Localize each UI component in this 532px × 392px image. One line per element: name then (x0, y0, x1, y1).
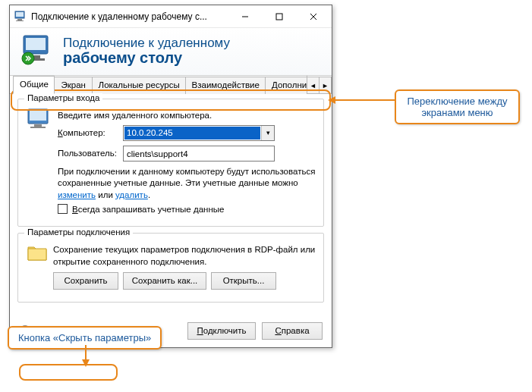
tab-general[interactable]: Общие (13, 76, 55, 94)
connection-group-title: Параметры подключения (24, 227, 133, 237)
computer-label: Компьютер: (58, 128, 118, 137)
help-button[interactable]: Справка (262, 322, 323, 340)
always-ask-row: Всегда запрашивать учетные данные (58, 204, 316, 214)
tab-scroll: ◄ ► (307, 76, 332, 93)
save-button[interactable]: Сохранить (53, 272, 118, 290)
tab-scroll-left[interactable]: ◄ (307, 77, 320, 94)
tab-bar: Общие Экран Локальные ресурсы Взаимодейс… (10, 76, 332, 94)
tab-local-resources[interactable]: Локальные ресурсы (92, 77, 186, 94)
computer-icon (26, 107, 53, 134)
tab-scroll-right[interactable]: ► (320, 77, 332, 94)
app-icon (14, 11, 27, 23)
maximize-button[interactable] (262, 5, 296, 27)
change-link[interactable]: изменить (58, 190, 96, 199)
callout-tabs-arrow (332, 99, 395, 101)
svg-rect-16 (30, 127, 46, 128)
rdp-logo-icon (20, 34, 54, 67)
svg-rect-5 (276, 14, 282, 20)
callout-hide-highlight (19, 364, 118, 381)
computer-value[interactable]: 10.0.20.245 (124, 127, 260, 140)
connection-groupbox: Параметры подключения Сохранение текущих… (17, 233, 324, 303)
tab-content: Параметры входа Введите имя удаленного к… (10, 94, 332, 315)
callout-tabs-box: Переключение между экранами меню (395, 89, 520, 124)
computer-combo[interactable]: 10.0.20.245 ▾ (123, 125, 275, 141)
tab-experience[interactable]: Взаимодействие (185, 77, 266, 94)
header-line1: Подключение к удаленному (63, 36, 230, 51)
always-ask-checkbox[interactable] (58, 204, 68, 214)
close-button[interactable] (296, 5, 330, 27)
delete-link[interactable]: удалить (115, 190, 148, 199)
header-text: Подключение к удаленному рабочему столу (63, 36, 230, 67)
rdp-window: Подключение к удаленному рабочему с... (9, 5, 332, 348)
titlebar-buttons (228, 5, 330, 27)
svg-rect-9 (26, 38, 46, 50)
header-line2: рабочему столу (63, 49, 230, 67)
svg-rect-1 (16, 12, 24, 17)
computer-dropdown-icon[interactable]: ▾ (261, 126, 274, 140)
connection-desc: Сохранение текущих параметров подключени… (53, 244, 316, 268)
svg-rect-2 (17, 19, 22, 20)
minimize-button[interactable] (228, 5, 262, 27)
folder-icon (26, 241, 49, 264)
tab-advanced[interactable]: Дополни (265, 77, 307, 94)
tab-display[interactable]: Экран (54, 77, 92, 94)
user-label: Пользователь: (58, 149, 118, 158)
login-groupbox: Параметры входа Введите имя удаленного к… (17, 99, 324, 227)
titlebar: Подключение к удаленному рабочему с... (10, 5, 332, 28)
arrow-down-icon (81, 358, 90, 367)
login-intro: Введите имя удаленного компьютера. (58, 110, 316, 122)
always-ask-label: Всегда запрашивать учетные данные (72, 205, 224, 214)
window-title: Подключение к удаленному рабочему с... (31, 11, 228, 22)
login-group-title: Параметры входа (24, 93, 102, 102)
user-input[interactable]: clients\support4 (123, 146, 275, 162)
connect-button[interactable]: Подключить (187, 322, 256, 340)
save-as-button[interactable]: Сохранить как... (123, 272, 206, 290)
credentials-note: При подключении к данному компьютеру буд… (58, 166, 316, 202)
open-button[interactable]: Открыть... (211, 272, 276, 290)
svg-rect-3 (16, 20, 24, 21)
svg-rect-14 (30, 111, 46, 121)
header: Подключение к удаленному рабочему столу (10, 28, 332, 76)
svg-marker-17 (328, 96, 335, 104)
svg-rect-15 (34, 124, 42, 127)
svg-marker-18 (82, 359, 90, 367)
arrow-left-icon (328, 96, 337, 105)
